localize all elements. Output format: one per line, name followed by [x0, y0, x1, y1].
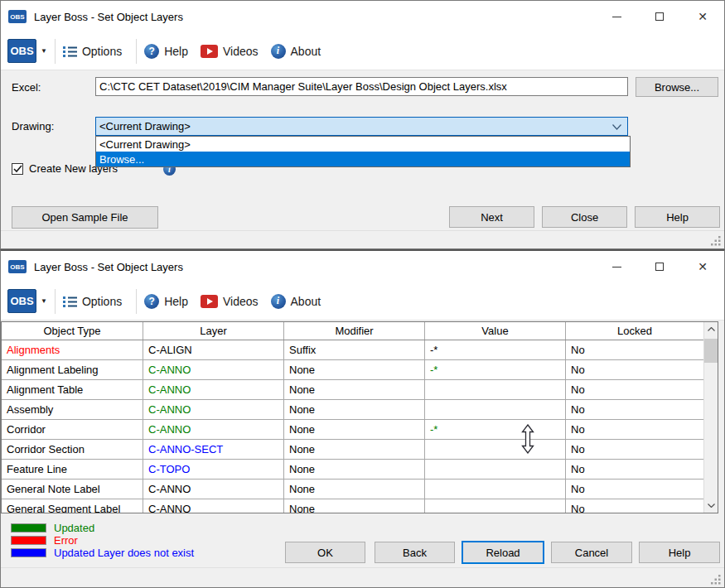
- drawing-combobox[interactable]: <Current Drawing>: [95, 117, 628, 136]
- resize-grip-icon[interactable]: [711, 574, 722, 585]
- maximize-button[interactable]: [638, 251, 681, 282]
- close-button[interactable]: ✕: [681, 251, 724, 282]
- chevron-down-icon[interactable]: ▼: [41, 47, 47, 55]
- table-row[interactable]: CorridorC-ANNONone-*No: [2, 420, 703, 440]
- table-row[interactable]: Alignment TableC-ANNONoneNo: [2, 380, 703, 400]
- table-cell[interactable]: C-ANNO: [143, 380, 284, 399]
- table-row[interactable]: General Segment LabelC-ANNONoneNo: [2, 499, 703, 513]
- table-row[interactable]: Feature LineC-TOPONoneNo: [2, 460, 703, 480]
- table-cell[interactable]: No: [566, 460, 703, 479]
- table-cell[interactable]: C-ANNO: [143, 480, 284, 499]
- table-row[interactable]: AssemblyC-ANNONoneNo: [2, 400, 703, 420]
- table-cell[interactable]: No: [566, 400, 703, 419]
- close-dialog-button[interactable]: Close: [542, 206, 627, 228]
- reload-button[interactable]: Reload: [462, 541, 544, 564]
- close-button[interactable]: ✕: [681, 1, 724, 32]
- table-cell[interactable]: Alignments: [2, 340, 143, 359]
- table-cell[interactable]: None: [284, 360, 425, 379]
- chevron-down-icon[interactable]: ▼: [41, 297, 47, 305]
- dropdown-item-browse[interactable]: Browse...: [96, 152, 630, 166]
- back-button[interactable]: Back: [375, 542, 455, 563]
- table-cell[interactable]: [425, 440, 566, 459]
- table-cell[interactable]: C-ALIGN: [143, 340, 284, 359]
- table-cell[interactable]: General Note Label: [2, 480, 143, 499]
- options-button[interactable]: Options: [63, 295, 122, 308]
- column-header[interactable]: Object Type: [2, 322, 143, 340]
- table-cell[interactable]: C-ANNO: [143, 499, 284, 513]
- table-cell[interactable]: [425, 380, 566, 399]
- table-cell[interactable]: General Segment Label: [2, 499, 143, 513]
- obs-menu-button[interactable]: OBS: [7, 289, 36, 313]
- table-cell[interactable]: None: [284, 420, 425, 439]
- dropdown-item-current-drawing[interactable]: <Current Drawing>: [96, 137, 630, 152]
- table-cell[interactable]: Corridor: [2, 420, 143, 439]
- table-cell[interactable]: No: [566, 380, 703, 399]
- help-dialog-button[interactable]: Help: [639, 542, 720, 563]
- table-cell[interactable]: Alignment Table: [2, 380, 143, 399]
- table-cell[interactable]: None: [284, 499, 425, 513]
- about-button[interactable]: i About: [271, 294, 321, 309]
- table-cell[interactable]: -*: [425, 340, 566, 359]
- about-button[interactable]: i About: [271, 44, 321, 59]
- videos-button[interactable]: Videos: [201, 45, 259, 58]
- table-cell[interactable]: Alignment Labeling: [2, 360, 143, 379]
- maximize-button[interactable]: [638, 1, 681, 32]
- table-cell[interactable]: No: [566, 440, 703, 459]
- table-cell[interactable]: None: [284, 380, 425, 399]
- minimize-button[interactable]: [595, 1, 638, 32]
- checkbox-checked-icon[interactable]: [12, 163, 23, 175]
- table-cell[interactable]: C-ANNO: [143, 360, 284, 379]
- table-cell[interactable]: [425, 400, 566, 419]
- resize-grip-icon[interactable]: [711, 235, 722, 246]
- excel-path-input[interactable]: C:\CTC CET Dataset\2019\CIM Manager Suit…: [95, 77, 628, 96]
- table-cell[interactable]: None: [284, 400, 425, 419]
- table-cell[interactable]: None: [284, 480, 425, 499]
- next-button[interactable]: Next: [449, 206, 534, 228]
- table-cell[interactable]: C-ANNO: [143, 420, 284, 439]
- scrollbar-thumb[interactable]: [704, 339, 718, 363]
- column-header[interactable]: Layer: [143, 322, 284, 340]
- table-cell[interactable]: [425, 480, 566, 499]
- table-cell[interactable]: Assembly: [2, 400, 143, 419]
- column-header[interactable]: Value: [425, 322, 566, 340]
- table-cell[interactable]: Corridor Section: [2, 440, 143, 459]
- table-cell[interactable]: No: [566, 360, 703, 379]
- table-cell[interactable]: No: [566, 420, 703, 439]
- ok-button[interactable]: OK: [285, 542, 365, 563]
- scroll-down-button[interactable]: [704, 499, 718, 513]
- help-button[interactable]: ? Help: [144, 294, 188, 309]
- table-row[interactable]: Corridor SectionC-ANNO-SECTNoneNo: [2, 440, 703, 460]
- obs-menu-button[interactable]: OBS: [7, 39, 36, 63]
- table-cell[interactable]: -*: [425, 420, 566, 439]
- scrollbar-track[interactable]: [704, 336, 718, 499]
- table-cell[interactable]: No: [566, 499, 703, 513]
- table-cell[interactable]: No: [566, 340, 703, 359]
- table-cell[interactable]: [425, 460, 566, 479]
- table-cell[interactable]: None: [284, 440, 425, 459]
- table-row[interactable]: General Note LabelC-ANNONoneNo: [2, 480, 703, 499]
- titlebar[interactable]: OBS Layer Boss - Set Object Layers ✕: [1, 251, 724, 282]
- table-cell[interactable]: C-ANNO-SECT: [143, 440, 284, 459]
- table-cell[interactable]: Feature Line: [2, 460, 143, 479]
- table-cell[interactable]: [425, 499, 566, 513]
- browse-button[interactable]: Browse...: [636, 77, 718, 97]
- cancel-button[interactable]: Cancel: [551, 542, 632, 563]
- options-button[interactable]: Options: [63, 45, 122, 58]
- open-sample-file-button[interactable]: Open Sample File: [12, 206, 158, 229]
- table-cell[interactable]: None: [284, 460, 425, 479]
- videos-button[interactable]: Videos: [201, 295, 259, 308]
- table-cell[interactable]: -*: [425, 360, 566, 379]
- minimize-button[interactable]: [595, 251, 638, 282]
- scroll-up-button[interactable]: [704, 322, 718, 336]
- vertical-scrollbar[interactable]: [703, 322, 718, 513]
- table-row[interactable]: Alignment LabelingC-ANNONone-*No: [2, 360, 703, 380]
- help-button[interactable]: ? Help: [144, 44, 188, 59]
- help-dialog-button[interactable]: Help: [635, 206, 720, 228]
- column-header[interactable]: Modifier: [284, 322, 425, 340]
- table-cell[interactable]: C-ANNO: [143, 400, 284, 419]
- titlebar[interactable]: OBS Layer Boss - Set Object Layers ✕: [1, 1, 724, 32]
- table-cell[interactable]: Suffix: [284, 340, 425, 359]
- table-cell[interactable]: C-TOPO: [143, 460, 284, 479]
- table-row[interactable]: AlignmentsC-ALIGNSuffix-*No: [2, 340, 703, 360]
- table-cell[interactable]: No: [566, 480, 703, 499]
